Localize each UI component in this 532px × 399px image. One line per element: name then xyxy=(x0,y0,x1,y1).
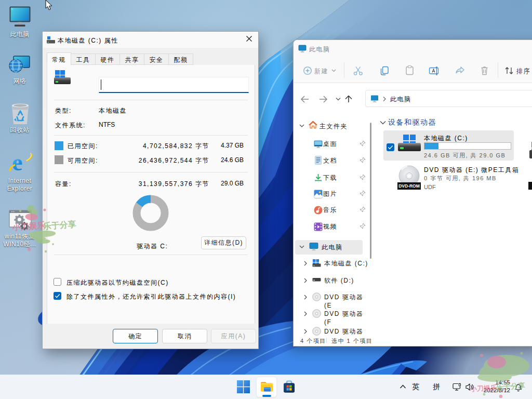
svg-text:乐于分享: 乐于分享 xyxy=(495,381,525,391)
svg-text:乐于分享: 乐于分享 xyxy=(42,219,76,231)
svg-text:小刀娱乐: 小刀娱乐 xyxy=(11,221,46,232)
svg-text:e: e xyxy=(12,150,22,175)
svg-text:小刀娱乐: 小刀娱乐 xyxy=(469,383,497,393)
